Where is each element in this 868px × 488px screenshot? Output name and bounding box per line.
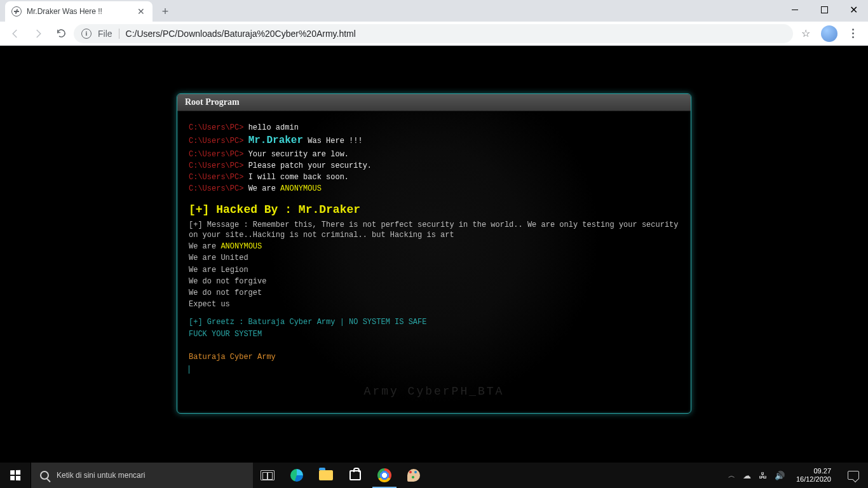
task-view-button[interactable] — [253, 463, 282, 488]
clock-time: 09.27 — [796, 467, 831, 475]
manifesto-line: We are United — [189, 253, 679, 263]
terminal-line: Was Here !!! — [303, 137, 363, 146]
fys-line: FUCK YOUR SYSTEM — [189, 329, 679, 339]
shell-prompt: C:\Users\PC> — [189, 173, 243, 182]
taskbar-app-store[interactable] — [341, 463, 370, 488]
search-icon — [40, 471, 49, 480]
onedrive-icon[interactable]: ☁ — [743, 471, 751, 480]
hacker-name: Mr.Draker — [248, 135, 303, 146]
taskbar-app-explorer[interactable] — [311, 463, 341, 488]
arrow-left-icon — [10, 28, 21, 39]
anonymous-word: ANONYMOUS — [280, 184, 322, 193]
profile-avatar-button[interactable] — [821, 25, 837, 42]
network-icon[interactable]: 🖧 — [759, 471, 767, 480]
shell-prompt: C:\Users\PC> — [189, 137, 243, 146]
action-center-button[interactable] — [848, 471, 859, 480]
defacement-message: [+] Message : Remember this, There is no… — [189, 220, 679, 240]
url-text: C:/Users/PC/Downloads/Baturaja%20Cyber%2… — [126, 29, 356, 39]
taskbar-pinned-apps — [253, 463, 428, 488]
anonymous-word: ANONYMOUS — [220, 242, 262, 251]
taskbar-app-chrome[interactable] — [370, 463, 399, 488]
windows-taskbar: Ketik di sini untuk mencari ︿ ☁ 🖧 🔊 09.2… — [0, 463, 868, 488]
folder-icon — [319, 470, 333, 480]
window-close-button[interactable]: ✕ — [839, 0, 868, 19]
terminal-line: Your security are low. — [248, 150, 349, 159]
browser-tabstrip: Mr.Draker Was Here !! ✕ + ✕ — [0, 0, 868, 22]
task-view-icon — [261, 470, 275, 480]
text-cursor — [189, 365, 189, 374]
paint-icon — [407, 469, 420, 482]
edge-icon — [290, 469, 303, 482]
nav-reload-button[interactable] — [51, 24, 71, 44]
manifesto-line: We are — [189, 242, 220, 251]
bookmark-button[interactable]: ☆ — [796, 27, 816, 39]
window-maximize-button[interactable] — [810, 0, 839, 19]
terminal-line: Please patch your security. — [248, 161, 372, 170]
manifesto-line: We do not forgive — [189, 276, 679, 287]
window-controls: ✕ — [780, 0, 868, 19]
clock-date: 16/12/2020 — [796, 475, 831, 484]
shell-prompt: C:\Users\PC> — [189, 123, 243, 132]
new-tab-button[interactable]: + — [156, 3, 174, 20]
store-icon — [349, 470, 361, 480]
reload-icon — [56, 28, 67, 39]
arrow-right-icon — [32, 28, 44, 39]
windows-logo-icon — [10, 470, 20, 480]
manifesto-line: We do not forget — [189, 288, 679, 298]
browser-toolbar: i File C:/Users/PC/Downloads/Baturaja%20… — [0, 22, 868, 46]
taskbar-clock[interactable]: 09.27 16/12/2020 — [792, 467, 835, 483]
address-bar[interactable]: i File C:/Users/PC/Downloads/Baturaja%20… — [74, 24, 793, 43]
terminal-window: Root Program C:\Users\PC> hello admin C:… — [177, 93, 691, 414]
taskbar-search-box[interactable]: Ketik di sini untuk mencari — [31, 463, 253, 488]
manifesto-line: We are Legion — [189, 265, 679, 275]
hacked-by-headline: [+] Hacked By : Mr.Draker — [189, 202, 360, 217]
url-scheme-label: File — [98, 29, 112, 39]
terminal-titlebar: Root Program — [177, 94, 691, 111]
terminal-line: I will come back soon. — [248, 173, 349, 182]
globe-icon — [11, 6, 22, 17]
system-tray: ︿ ☁ 🖧 🔊 09.27 16/12/2020 — [724, 463, 868, 488]
greetz-line: [+] Greetz : Baturaja Cyber Army | NO SY… — [189, 317, 679, 327]
browser-menu-button[interactable] — [843, 24, 863, 44]
shell-prompt: C:\Users\PC> — [189, 161, 243, 170]
terminal-line: We are — [248, 184, 280, 193]
tab-close-button[interactable]: ✕ — [136, 6, 146, 17]
separator — [119, 29, 119, 39]
manifesto-line: Expect us — [189, 299, 679, 309]
shell-prompt: C:\Users\PC> — [189, 184, 243, 193]
start-button[interactable] — [0, 463, 31, 488]
browser-tab-active[interactable]: Mr.Draker Was Here !! ✕ — [5, 1, 153, 22]
terminal-line: hello admin — [248, 123, 299, 132]
nav-forward-button[interactable] — [28, 24, 48, 44]
taskbar-app-paint[interactable] — [399, 463, 428, 488]
volume-icon[interactable]: 🔊 — [775, 471, 785, 480]
search-placeholder: Ketik di sini untuk mencari — [57, 471, 145, 480]
tab-title: Mr.Draker Was Here !! — [27, 7, 131, 16]
chrome-icon — [377, 468, 391, 482]
page-viewport: Root Program C:\Users\PC> hello admin C:… — [0, 46, 868, 463]
taskbar-app-edge[interactable] — [282, 463, 311, 488]
nav-back-button[interactable] — [5, 24, 25, 44]
signature-line: Baturaja Cyber Army — [189, 352, 679, 362]
shell-prompt: C:\Users\PC> — [189, 150, 243, 159]
window-minimize-button[interactable] — [780, 0, 810, 19]
background-watermark-text: Army CyberPH_BTA — [177, 384, 691, 399]
site-info-icon[interactable]: i — [81, 29, 92, 39]
tray-overflow-button[interactable]: ︿ — [728, 471, 735, 480]
terminal-body: C:\Users\PC> hello admin C:\Users\PC> Mr… — [177, 111, 691, 413]
